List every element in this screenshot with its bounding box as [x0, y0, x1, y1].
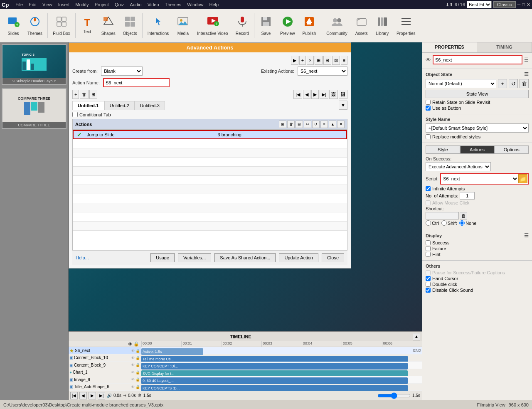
- object-name-input[interactable]: [433, 55, 522, 64]
- add-row-btn[interactable]: +: [299, 56, 306, 65]
- style-name-select[interactable]: +[Default Smart Shape Style]: [426, 123, 529, 133]
- actions-tool1[interactable]: ⊞: [279, 121, 286, 128]
- track-eye-1[interactable]: 👁: [131, 356, 135, 360]
- refresh-state-btn[interactable]: ↺: [509, 79, 518, 88]
- use-as-button-checkbox[interactable]: [426, 106, 431, 111]
- track-label-Title6[interactable]: ▣ Title_AutoShape_6 👁 🔒: [69, 384, 141, 391]
- menu-quiz[interactable]: Quiz: [112, 1, 127, 8]
- eye-all-icon[interactable]: 👁: [128, 342, 133, 347]
- action-row-4[interactable]: [73, 167, 347, 176]
- toolbar-community[interactable]: Community: [323, 14, 351, 37]
- script-folder-btn[interactable]: 📁: [518, 174, 527, 183]
- toolbar-library[interactable]: Library: [372, 14, 392, 37]
- track-label-Content10[interactable]: ▣ Content_Block_10 👁 🔒: [69, 355, 141, 362]
- conditional-tab-checkbox[interactable]: [72, 112, 78, 117]
- tl-up-btn[interactable]: ▲: [413, 333, 420, 340]
- toolbar-properties[interactable]: Properties: [393, 14, 419, 37]
- track-lock-0[interactable]: 🔒: [135, 349, 140, 353]
- state-view-btn[interactable]: State View: [426, 90, 529, 98]
- menu-window[interactable]: Window: [185, 1, 206, 8]
- eye-icon[interactable]: 👁: [426, 57, 431, 63]
- delete-btn[interactable]: ×: [307, 56, 313, 65]
- close-btn[interactable]: ✕: [527, 2, 530, 7]
- shortcut-key-input[interactable]: [426, 212, 459, 219]
- menu-insert[interactable]: Insert: [56, 1, 72, 8]
- btn7[interactable]: ≡: [341, 56, 347, 65]
- track-lock-3[interactable]: 🔒: [135, 370, 140, 375]
- action-row-8[interactable]: [73, 203, 347, 212]
- track-lock-1[interactable]: 🔒: [135, 356, 140, 360]
- action-row-0[interactable]: ✔ Jump to Slide 3 branching: [73, 130, 347, 139]
- img-btn1[interactable]: 🖼: [329, 90, 338, 99]
- update-action-btn[interactable]: Update Action: [279, 253, 318, 262]
- toolbar-fluidbox[interactable]: Fluid Box: [49, 14, 74, 37]
- menu-themes[interactable]: Themes: [163, 1, 184, 8]
- btn5[interactable]: ⊟: [323, 56, 331, 65]
- lock-all-icon[interactable]: 🔒: [133, 341, 139, 347]
- filmstrip-view[interactable]: Filmstrip View: [477, 402, 505, 407]
- on-success-select[interactable]: Execute Advanced Actions: [426, 162, 491, 171]
- radio-ctrl[interactable]: [426, 220, 431, 226]
- usage-btn[interactable]: Usage: [150, 253, 175, 262]
- tab-menu-btn[interactable]: ▼: [339, 101, 347, 110]
- tab-timing[interactable]: TIMING: [477, 42, 532, 52]
- radio-none[interactable]: [459, 220, 465, 226]
- tab-properties[interactable]: PROPERTIES: [422, 42, 477, 52]
- action-row-9[interactable]: [73, 212, 347, 222]
- style-tab-options[interactable]: Options: [494, 145, 529, 154]
- theme-button[interactable]: Classic: [493, 1, 515, 8]
- toolbar-publish[interactable]: Publish: [299, 14, 319, 37]
- tl-prev-btn[interactable]: ◀: [79, 392, 87, 399]
- slide-thumb-2[interactable]: COMPARE THREE COMPARE THREE: [2, 88, 66, 129]
- tl-end-btn[interactable]: ▶|: [98, 392, 105, 399]
- track-eye-4[interactable]: 👁: [131, 377, 135, 382]
- actions-tool3[interactable]: ⊟: [296, 121, 303, 128]
- add-item-btn[interactable]: +: [72, 90, 79, 99]
- maximize-btn[interactable]: □: [522, 2, 525, 7]
- delete-state-btn[interactable]: 🗑: [520, 79, 529, 88]
- copy-btn[interactable]: ⊞: [315, 56, 323, 65]
- actions-tool7[interactable]: ▲: [329, 121, 336, 128]
- toolbar-interactions[interactable]: Interactions: [144, 14, 172, 37]
- minimize-btn[interactable]: ─: [517, 2, 521, 7]
- object-state-menu[interactable]: ☰: [524, 71, 529, 77]
- tl-play-btn[interactable]: ▶: [89, 392, 96, 399]
- success-checkbox[interactable]: [426, 240, 431, 245]
- shortcut-del-btn[interactable]: 🗑: [460, 212, 467, 219]
- menu-edit[interactable]: Edit: [26, 1, 39, 8]
- btn6[interactable]: ⊠: [332, 56, 340, 65]
- hint-checkbox[interactable]: [426, 252, 431, 257]
- toolbar-media[interactable]: Media: [173, 14, 193, 37]
- track-eye-0[interactable]: 👁: [131, 349, 135, 353]
- display-menu-icon[interactable]: ☰: [524, 233, 529, 239]
- script-select[interactable]: S6_next: [441, 175, 518, 183]
- track-lock-5[interactable]: 🔒: [135, 385, 140, 389]
- fwd-nav-btn[interactable]: ▶: [311, 90, 319, 99]
- help-link[interactable]: Help...: [76, 255, 89, 260]
- panel-menu-icon[interactable]: ☰: [524, 57, 529, 63]
- menu-file[interactable]: File: [13, 1, 25, 8]
- track-label-Content9[interactable]: ▣ Content_Block_9 👁 🔒: [69, 362, 141, 369]
- actions-tool4[interactable]: ✂: [304, 121, 311, 128]
- track-lock-2[interactable]: 🔒: [135, 363, 140, 367]
- action-row-7[interactable]: [73, 194, 347, 203]
- actions-tool6[interactable]: ≡: [320, 121, 328, 128]
- tab-untitled3[interactable]: Untitled-3: [135, 101, 165, 110]
- toolbar-assets[interactable]: Assets: [352, 14, 372, 37]
- menu-modify[interactable]: Modify: [73, 1, 91, 8]
- track-eye-3[interactable]: 👁: [131, 370, 135, 375]
- create-from-select[interactable]: Blank: [101, 67, 143, 76]
- tab-untitled2[interactable]: Untitled-2: [104, 101, 135, 110]
- track-label-Chart1[interactable]: ● Chart_1 👁 🔒: [69, 369, 141, 376]
- menu-help[interactable]: Help: [207, 1, 221, 8]
- disable-click-sound-checkbox[interactable]: [426, 288, 431, 293]
- save-shared-btn[interactable]: Save As Shared Action...: [214, 253, 276, 262]
- retain-state-checkbox[interactable]: [426, 100, 431, 105]
- menu-audio[interactable]: Audio: [128, 1, 144, 8]
- tl-zoom-slider[interactable]: [377, 392, 411, 399]
- style-tab-style[interactable]: Style: [426, 145, 460, 154]
- track-eye-5[interactable]: 👁: [131, 385, 135, 389]
- state-dropdown[interactable]: Normal (Default): [426, 79, 496, 88]
- menu-project[interactable]: Project: [92, 1, 111, 8]
- menu-video[interactable]: Video: [145, 1, 162, 8]
